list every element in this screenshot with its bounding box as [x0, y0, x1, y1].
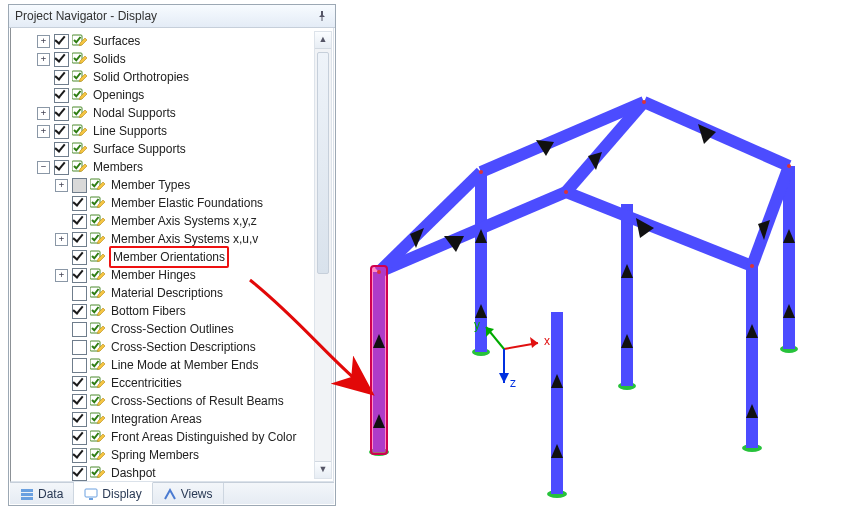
checkpencil-icon [90, 268, 105, 282]
checkbox[interactable] [72, 466, 87, 481]
svg-line-45 [566, 192, 752, 266]
checkbox[interactable] [72, 268, 87, 283]
scroll-thumb[interactable] [317, 52, 329, 274]
checkbox[interactable] [54, 70, 69, 85]
tree-item-label: Surface Supports [91, 140, 188, 158]
panel-title-text: Project Navigator - Display [15, 5, 157, 27]
scroll-down-button[interactable]: ▼ [315, 461, 331, 478]
tree-scroll[interactable]: +Surfaces+SolidsSolid OrthotropiesOpenin… [10, 28, 334, 482]
tree-item[interactable]: +Solids [13, 50, 331, 68]
tree-item-label: Material Descriptions [109, 284, 225, 302]
toggle-spacer [55, 251, 68, 264]
tree-item-label: Line Supports [91, 122, 169, 140]
expand-icon[interactable]: + [37, 35, 50, 48]
expand-icon[interactable]: + [55, 179, 68, 192]
checkbox[interactable] [54, 52, 69, 67]
toggle-spacer [37, 143, 50, 156]
tree-item[interactable]: Spring Members [13, 446, 331, 464]
tree-item[interactable]: +Member Hinges [13, 266, 331, 284]
checkbox[interactable] [54, 106, 69, 121]
tree-item[interactable]: Member Orientations [13, 248, 331, 266]
expand-icon[interactable]: + [37, 125, 50, 138]
checkbox[interactable] [72, 250, 87, 265]
tree-item[interactable]: Surface Supports [13, 140, 331, 158]
svg-line-44 [379, 192, 566, 272]
model-viewport[interactable]: x y z [344, 4, 850, 504]
tree-item[interactable]: Cross-Sections of Result Beams [13, 392, 331, 410]
tab-data[interactable]: Data [10, 483, 74, 504]
tree-item[interactable]: Integration Areas [13, 410, 331, 428]
expand-icon[interactable]: + [37, 107, 50, 120]
checkbox[interactable] [54, 34, 69, 49]
checkpencil-icon [90, 304, 105, 318]
tree-item-label: Integration Areas [109, 410, 204, 428]
tree-item[interactable]: −Members [13, 158, 331, 176]
tree-item[interactable]: +Surfaces [13, 32, 331, 50]
checkbox[interactable] [72, 232, 87, 247]
tree-item[interactable]: +Member Types [13, 176, 331, 194]
supports [369, 345, 798, 498]
checkpencil-icon [90, 412, 105, 426]
navigator-panel: Project Navigator - Display +Surfaces+So… [8, 4, 336, 506]
tree-item[interactable]: Material Descriptions [13, 284, 331, 302]
checkbox[interactable] [72, 358, 87, 373]
tree-item[interactable]: Member Elastic Foundations [13, 194, 331, 212]
toggle-spacer [55, 323, 68, 336]
checkbox[interactable] [72, 322, 87, 337]
checkbox[interactable] [72, 430, 87, 445]
checkbox[interactable] [54, 88, 69, 103]
tree-item[interactable]: Solid Orthotropies [13, 68, 331, 86]
checkbox[interactable] [54, 160, 69, 175]
tree-item-label: Surfaces [91, 32, 142, 50]
tree-item[interactable]: Front Areas Distinguished by Color [13, 428, 331, 446]
tree-item[interactable]: Eccentricities [13, 374, 331, 392]
checkbox[interactable] [72, 214, 87, 229]
tree: +Surfaces+SolidsSolid OrthotropiesOpenin… [11, 28, 333, 482]
tree-item[interactable]: Openings [13, 86, 331, 104]
pin-icon[interactable] [315, 9, 329, 23]
expand-icon[interactable]: + [55, 233, 68, 246]
svg-rect-25 [21, 489, 33, 492]
checkbox[interactable] [72, 394, 87, 409]
tree-item[interactable]: +Nodal Supports [13, 104, 331, 122]
checkbox[interactable] [72, 340, 87, 355]
toggle-spacer [55, 287, 68, 300]
svg-point-72 [479, 170, 483, 174]
tab-label: Data [38, 487, 63, 501]
checkpencil-icon [72, 52, 87, 66]
tree-item[interactable]: Member Axis Systems x,y,z [13, 212, 331, 230]
checkbox[interactable] [72, 412, 87, 427]
checkbox[interactable] [72, 304, 87, 319]
tree-item[interactable]: Cross-Section Outlines [13, 320, 331, 338]
scroll-up-button[interactable]: ▲ [315, 32, 331, 49]
tree-item[interactable]: Cross-Section Descriptions [13, 338, 331, 356]
scrollbar[interactable]: ▲ ▼ [314, 31, 332, 479]
checkbox[interactable] [72, 286, 87, 301]
toggle-spacer [55, 341, 68, 354]
checkbox[interactable] [72, 178, 87, 193]
tab-display[interactable]: Display [74, 482, 152, 504]
checkbox[interactable] [54, 142, 69, 157]
checkbox[interactable] [54, 124, 69, 139]
checkpencil-icon [90, 232, 105, 246]
checkbox[interactable] [72, 196, 87, 211]
expand-icon[interactable]: + [55, 269, 68, 282]
checkpencil-icon [90, 178, 105, 192]
checkpencil-icon [90, 214, 105, 228]
svg-rect-28 [85, 489, 97, 497]
tree-item[interactable]: Line Mode at Member Ends [13, 356, 331, 374]
collapse-icon[interactable]: − [37, 161, 50, 174]
tree-item[interactable]: +Line Supports [13, 122, 331, 140]
checkpencil-icon [90, 286, 105, 300]
tree-item-label: Line Mode at Member Ends [109, 356, 260, 374]
expand-icon[interactable]: + [37, 53, 50, 66]
checkbox[interactable] [72, 448, 87, 463]
members-group [379, 102, 789, 494]
axis-y-label: y [474, 318, 480, 332]
svg-rect-26 [21, 493, 33, 496]
data-icon [20, 487, 34, 501]
checkbox[interactable] [72, 376, 87, 391]
tab-views[interactable]: Views [153, 483, 224, 504]
tree-item[interactable]: Bottom Fibers [13, 302, 331, 320]
tree-item[interactable]: Dashpot [13, 464, 331, 482]
